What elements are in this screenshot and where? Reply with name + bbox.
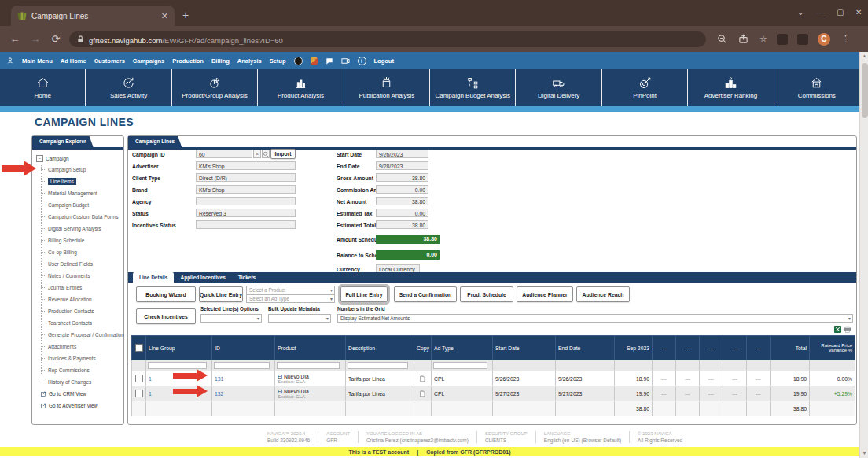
tree-item-revenue-allocation[interactable]: Revenue Allocation <box>36 294 123 305</box>
excel-export-icon[interactable] <box>834 326 841 333</box>
apps-icon[interactable] <box>311 57 318 65</box>
go-to-advertiser-view-link[interactable]: Go to Advertiser View <box>36 400 123 412</box>
side-panel-icon[interactable] <box>797 34 808 45</box>
back-icon[interactable]: ← <box>5 33 25 45</box>
filter-id[interactable] <box>214 362 270 369</box>
menu-production[interactable]: Production <box>172 57 204 65</box>
nav-pinpoint[interactable]: PinPoint <box>602 69 688 106</box>
tree-root-campaign[interactable]: − Campaign <box>36 153 123 164</box>
col-copy[interactable]: Copy <box>414 336 432 360</box>
incentives-status-field[interactable] <box>196 220 296 229</box>
col-id[interactable]: ID <box>212 336 275 360</box>
scroll-down-icon[interactable]: ▼ <box>860 449 868 458</box>
tree-item-notes-comments[interactable]: Notes / Comments <box>36 270 123 282</box>
cell-id-link[interactable]: 131 <box>212 371 275 386</box>
col-ratecard-variance[interactable]: Ratecard Price Variance % <box>810 336 855 360</box>
browser-tab[interactable]: Campaign Lines ✕ <box>11 6 175 26</box>
tree-item-production-contacts[interactable]: Production Contacts <box>36 305 123 317</box>
collapse-icon[interactable]: − <box>36 155 43 162</box>
select-ad-type-dropdown[interactable]: Select an Ad Type <box>246 294 335 303</box>
nav-product-group-analysis[interactable]: Product/Group Analysis <box>172 69 258 106</box>
camera-icon[interactable] <box>341 57 350 65</box>
menu-logout[interactable]: Logout <box>374 57 394 65</box>
nav-advertiser-ranking[interactable]: Advertiser Ranking <box>688 69 774 106</box>
tree-item-invoices-payments[interactable]: Invoices & Payments <box>36 353 123 364</box>
client-type-field[interactable]: Direct (D/R) <box>196 173 296 182</box>
select-all-checkbox[interactable] <box>132 336 146 360</box>
row-checkbox[interactable] <box>132 371 146 386</box>
tree-item-digital-serving-analysis[interactable]: Digital Serving Analysis <box>36 223 123 235</box>
clear-icon[interactable]: × <box>253 150 261 158</box>
status-field[interactable]: Reserved 3 <box>196 209 296 217</box>
booking-wizard-button[interactable]: Booking Wizard <box>136 286 196 302</box>
copy-icon[interactable] <box>414 371 432 386</box>
menu-campaigns[interactable]: Campaigns <box>133 57 164 65</box>
page-scrollbar[interactable]: ▲ ▼ <box>859 52 868 458</box>
filter-product[interactable] <box>277 362 340 369</box>
col-end-date[interactable]: End Date <box>556 336 615 360</box>
kebab-menu-icon[interactable]: ⋮ <box>841 34 850 44</box>
window-maximize-icon[interactable]: ▢ <box>837 8 844 17</box>
tree-item-campaign-budget[interactable]: Campaign Budget <box>36 199 123 211</box>
tree-item-rep-commissions[interactable]: Rep Commissions <box>36 364 123 376</box>
share-icon[interactable] <box>738 34 748 44</box>
filter-description[interactable] <box>348 362 408 369</box>
audience-reach-button[interactable]: Audience Reach <box>576 286 630 302</box>
print-icon[interactable] <box>844 326 851 333</box>
start-date-field[interactable]: 9/26/2023 <box>376 150 428 158</box>
forward-icon[interactable]: → <box>25 33 46 45</box>
tree-item-user-defined-fields[interactable]: User Defined Fields <box>36 258 123 270</box>
menu-billing[interactable]: Billing <box>211 57 230 65</box>
nav-commissions[interactable]: Commissions <box>774 69 859 106</box>
tab-applied-incentives[interactable]: Applied Incentives <box>174 272 231 283</box>
tree-item-campaign-setup[interactable]: Campaign Setup <box>36 164 123 175</box>
scrollbar-thumb[interactable] <box>862 63 868 118</box>
campaign-explorer-tab[interactable]: Campaign Explorer <box>32 136 94 147</box>
tree-item-line-items[interactable]: Line Items <box>36 175 123 187</box>
info-icon[interactable]: i <box>358 57 366 65</box>
tree-item-attachments[interactable]: Attachments <box>36 341 123 353</box>
col-product[interactable]: Product <box>275 336 346 360</box>
tab-line-details[interactable]: Line Details <box>133 272 174 283</box>
full-line-entry-button[interactable]: Full Line Entry <box>340 286 388 302</box>
menu-analysis[interactable]: Analysis <box>237 57 262 65</box>
tree-item-journal-entries[interactable]: Journal Entries <box>36 282 123 294</box>
campaign-id-field[interactable]: 60 <box>196 150 252 158</box>
menu-main-menu[interactable]: Main Menu <box>22 57 53 65</box>
col-start-date[interactable]: Start Date <box>493 336 556 360</box>
filter-ad-type[interactable] <box>433 362 487 369</box>
prod-schedule-button[interactable]: Prod. Schedule <box>460 286 513 302</box>
col-ad-type[interactable]: Ad Type <box>432 336 493 360</box>
nav-sales-activity[interactable]: Sales Activity <box>86 69 171 106</box>
select-product-dropdown[interactable]: Select a Product <box>246 286 335 294</box>
brand-field[interactable]: KM's Shop <box>196 185 296 194</box>
profile-avatar[interactable]: C <box>818 33 830 46</box>
new-tab-button[interactable]: + <box>182 9 189 20</box>
tree-item-tearsheet-contacts[interactable]: Tearsheet Contacts <box>36 317 123 329</box>
end-date-field[interactable]: 9/28/2023 <box>376 161 428 170</box>
tree-item-generate-proposal-confirmation[interactable]: Generate Proposal / Confirmation <box>36 329 123 341</box>
search-icon[interactable] <box>262 150 270 158</box>
tree-item-campaign-custom-data-forms[interactable]: Campaign Custom Data Forms <box>36 211 123 223</box>
bulk-update-metadata-dropdown[interactable] <box>268 314 331 323</box>
window-close-icon[interactable]: ✕ <box>855 8 862 17</box>
agency-field[interactable] <box>196 197 296 205</box>
advertiser-field[interactable]: KM's Shop <box>196 161 296 170</box>
reload-icon[interactable]: ⟳ <box>46 33 66 45</box>
col-line-group[interactable]: Line Group <box>146 336 212 360</box>
audience-planner-button[interactable]: Audience Planner <box>517 286 573 302</box>
menu-ad-home[interactable]: Ad Home <box>61 57 86 65</box>
nav-publication-analysis[interactable]: Publication Analysis <box>344 69 430 106</box>
tree-item-billing-schedule[interactable]: Billing Schedule <box>36 235 123 246</box>
go-to-crm-view-link[interactable]: Go to CRM View <box>36 388 123 400</box>
tree-item-history-of-changes[interactable]: History of Changes <box>36 376 123 388</box>
check-incentives-button[interactable]: Check Incentives <box>136 308 196 324</box>
user-icon[interactable] <box>6 57 14 65</box>
campaign-lines-tab[interactable]: Campaign Lines <box>128 136 182 147</box>
quick-line-entry-button[interactable]: Quick Line Entry <box>199 286 243 302</box>
nav-product-analysis[interactable]: Product Analysis <box>258 69 344 106</box>
url-bar[interactable]: gfrtest.navigahub.com/EW/GFR/ad/campaign… <box>69 31 706 47</box>
tab-close-icon[interactable]: ✕ <box>161 11 168 21</box>
scroll-up-icon[interactable]: ▲ <box>860 52 868 61</box>
row-checkbox[interactable] <box>132 386 146 401</box>
